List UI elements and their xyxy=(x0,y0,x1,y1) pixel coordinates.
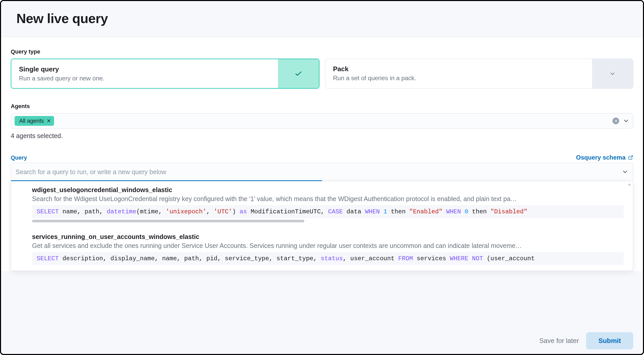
query-suggestion-item[interactable]: services_running_on_user_accounts_window… xyxy=(11,228,633,271)
card-desc: Run a saved query or new one. xyxy=(19,75,270,82)
suggestion-description: Search for the Wdigest UseLogonCredentia… xyxy=(32,195,624,203)
check-icon xyxy=(295,70,302,78)
query-type-label: Query type xyxy=(11,48,633,55)
agents-label: Agents xyxy=(11,103,633,110)
suggestion-title: wdigest_uselogoncredential_windows_elast… xyxy=(32,186,624,194)
chevron-down-icon xyxy=(609,70,616,77)
suggestion-title: services_running_on_user_accounts_window… xyxy=(32,233,624,241)
agents-helper-text: 4 agents selected. xyxy=(11,132,633,140)
save-for-later-button[interactable]: Save for later xyxy=(539,337,579,345)
horizontal-scrollbar[interactable] xyxy=(32,220,304,222)
query-label: Query xyxy=(11,154,27,161)
agent-pill-label: All agents xyxy=(19,118,44,124)
chevron-down-icon[interactable] xyxy=(623,118,629,124)
card-title: Single query xyxy=(19,65,270,73)
card-title: Pack xyxy=(333,65,584,73)
agents-combobox[interactable]: All agents ✕ ✕ xyxy=(11,113,633,129)
expand-indicator xyxy=(592,59,633,88)
clear-all-icon[interactable]: ✕ xyxy=(612,118,619,124)
svg-line-0 xyxy=(630,156,632,158)
query-search-input[interactable] xyxy=(16,168,622,176)
query-type-pack[interactable]: Pack Run a set of queries in a pack. xyxy=(325,59,633,89)
suggestion-sql: SELECT name, path, datetime(mtime, 'unix… xyxy=(32,205,624,218)
query-type-options: Single query Run a saved query or new on… xyxy=(11,59,633,89)
page-header: New live query xyxy=(1,1,643,37)
chevron-down-icon[interactable] xyxy=(622,169,628,175)
external-link-icon xyxy=(628,155,633,160)
query-suggestions-dropdown: wdigest_uselogoncredential_windows_elast… xyxy=(11,181,633,271)
selected-indicator xyxy=(278,59,319,88)
footer-actions: Save for later Submit xyxy=(539,332,633,349)
agent-pill[interactable]: All agents ✕ xyxy=(15,116,54,126)
query-search-box[interactable] xyxy=(11,163,633,181)
suggestion-sql: SELECT description, display_name, name, … xyxy=(32,252,624,265)
page-title: New live query xyxy=(16,11,628,26)
query-type-single[interactable]: Single query Run a saved query or new on… xyxy=(11,59,319,89)
suggestion-description: Get all services and exclude the ones ru… xyxy=(32,242,624,249)
osquery-schema-link[interactable]: Osquery schema xyxy=(576,154,633,161)
remove-pill-icon[interactable]: ✕ xyxy=(47,118,51,124)
query-suggestion-item[interactable]: wdigest_uselogoncredential_windows_elast… xyxy=(11,181,633,228)
submit-button[interactable]: Submit xyxy=(586,332,633,349)
card-desc: Run a set of queries in a pack. xyxy=(333,75,584,82)
